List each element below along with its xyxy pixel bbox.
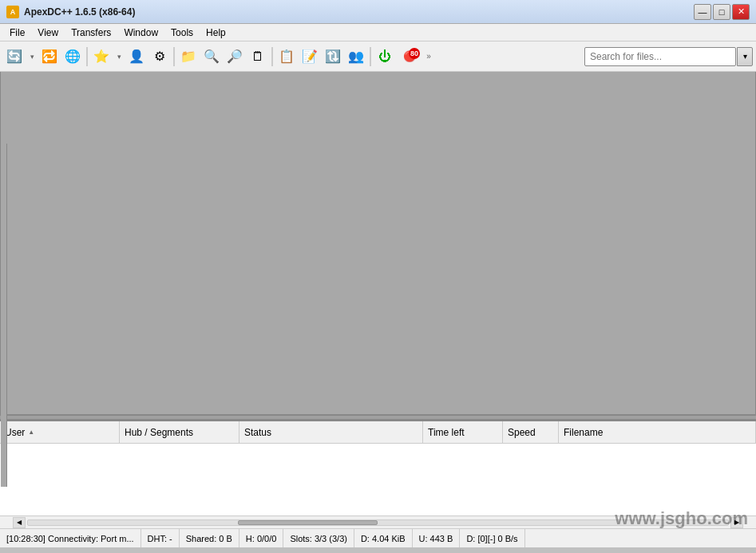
shared-text: Shared: 0 B (186, 534, 232, 543)
settings-icon: ⚙ (154, 49, 165, 64)
close-button[interactable]: ✕ (732, 4, 750, 20)
menu-tools[interactable]: Tools (164, 26, 200, 40)
status-d: D: 4.04 KiB (354, 529, 413, 547)
col-header-speed[interactable]: Speed (503, 421, 559, 443)
match-list-button[interactable]: 📝 (299, 45, 321, 68)
add-user-icon: 👤 (129, 49, 144, 64)
status-connectivity: [10:28:30] Connectivity: Port m... (3, 529, 141, 547)
adl-search-button[interactable]: 🔎 (224, 45, 246, 68)
search-button[interactable]: 🔍 (200, 45, 223, 68)
col-filename-label: Filename (564, 427, 603, 438)
connect-button[interactable]: 🔄 (3, 45, 26, 68)
power-button[interactable]: ⏻ (374, 45, 396, 68)
left-resize-handle[interactable] (1, 144, 7, 487)
col-user-sort-icon: ▲ (28, 429, 34, 436)
match-list-icon: 📝 (302, 49, 318, 64)
hscroll-track[interactable] (27, 519, 729, 526)
sep-1 (86, 47, 88, 66)
col-status-label: Status (244, 427, 271, 438)
transfer-table-header: User ▲ Hub / Segments Status Time left S… (0, 421, 756, 444)
status-slots: Slots: 3/3 (3/3) (283, 529, 354, 547)
connect-chevron-icon: ▾ (30, 53, 34, 61)
own-list-button[interactable]: 📋 (275, 45, 298, 68)
search-icon: 🔍 (204, 49, 220, 64)
status-bar: [10:28:30] Connectivity: Port m... DHT: … (0, 528, 756, 547)
refresh-icon: 🔁 (42, 49, 57, 64)
network-button[interactable]: 🌐 (61, 45, 84, 68)
horizontal-scrollbar[interactable]: ◀ ▶ (0, 515, 756, 528)
refresh-share-icon: 🔃 (325, 49, 341, 64)
hscroll-right-button[interactable]: ▶ (730, 517, 743, 528)
d-text: D: 4.04 KiB (361, 534, 406, 543)
settings-button[interactable]: ⚙ (148, 45, 171, 68)
connect-icon: 🔄 (6, 49, 22, 64)
favorites-dropdown-button[interactable]: ▾ (113, 45, 125, 68)
dl-text: D: [0][-] 0 B/s (466, 534, 517, 543)
status-shared: Shared: 0 B (180, 529, 239, 547)
file-search-input[interactable] (584, 47, 736, 66)
hscroll-left-button[interactable]: ◀ (13, 517, 26, 528)
search-dropdown-button[interactable]: ▾ (737, 47, 753, 66)
col-header-user[interactable]: User ▲ (0, 421, 120, 443)
col-header-filename[interactable]: Filename (559, 421, 756, 443)
transfer-panel: User ▲ Hub / Segments Status Time left S… (0, 420, 756, 515)
refresh-button[interactable]: 🔁 (38, 45, 61, 68)
sep-4 (370, 47, 371, 66)
own-list-icon: 📋 (279, 49, 295, 64)
open-list-button[interactable]: 👥 (345, 45, 367, 68)
toolbar-more-button[interactable]: » (423, 45, 434, 68)
col-time-label: Time left (428, 427, 465, 438)
power-icon: ⏻ (378, 49, 391, 64)
title-bar: A ApexDC++ 1.6.5 (x86-64) — □ ✕ (0, 0, 756, 24)
hscroll-right-icon: ▶ (734, 519, 739, 526)
dht-text: DHT: - (148, 534, 172, 543)
search-dropdown-chevron-icon: ▾ (743, 52, 747, 61)
open-list-icon: 👥 (348, 49, 364, 64)
h-text: H: 0/0/0 (246, 534, 277, 543)
toolbar: 🔄 ▾ 🔁 🌐 ⭐ ▾ 👤 ⚙ 📁 🔍 🔎 🗒 � (0, 41, 756, 72)
favorites-button[interactable]: ⭐ (90, 45, 113, 68)
status-dl: D: [0][-] 0 B/s (460, 529, 524, 547)
title-bar-left: A ApexDC++ 1.6.5 (x86-64) (6, 6, 135, 18)
refresh-share-button[interactable]: 🔃 (322, 45, 344, 68)
favorites-chevron-icon: ▾ (117, 53, 121, 61)
app-icon: A (6, 6, 19, 18)
u-text: U: 443 B (419, 534, 453, 543)
minimize-button[interactable]: — (694, 4, 711, 20)
col-header-time[interactable]: Time left (423, 421, 503, 443)
app-title: ApexDC++ 1.6.5 (x86-64) (24, 6, 135, 18)
main-content (0, 72, 756, 415)
menu-window[interactable]: Window (117, 26, 164, 40)
network-icon: 🌐 (65, 49, 81, 64)
col-speed-label: Speed (508, 427, 536, 438)
col-user-label: User (5, 427, 25, 438)
col-hub-label: Hub / Segments (125, 427, 193, 438)
favorites-icon: ⭐ (93, 49, 109, 64)
file-browse-button[interactable]: 📁 (177, 45, 200, 68)
hscroll-left-icon: ◀ (17, 519, 22, 526)
menu-view[interactable]: View (31, 26, 65, 40)
status-dht: DHT: - (141, 529, 180, 547)
transfer-rows (0, 444, 756, 515)
hscroll-thumb[interactable] (238, 520, 378, 525)
sep-2 (173, 47, 175, 66)
add-user-button[interactable]: 👤 (125, 45, 148, 68)
col-header-status[interactable]: Status (239, 421, 423, 443)
status-u: U: 443 B (413, 529, 461, 547)
connect-dropdown-button[interactable]: ▾ (26, 45, 38, 68)
connectivity-text: [10:28:30] Connectivity: Port m... (6, 534, 134, 543)
search-box-container: ▾ (584, 47, 753, 66)
status-h: H: 0/0/0 (239, 529, 284, 547)
title-bar-controls: — □ ✕ (694, 4, 750, 20)
away-button[interactable]: 🔴 80 (397, 45, 422, 68)
adl-search-icon: 🔎 (227, 49, 243, 64)
menu-file[interactable]: File (3, 26, 31, 40)
col-header-hub[interactable]: Hub / Segments (120, 421, 239, 443)
recent-hub-button[interactable]: 🗒 (247, 45, 269, 68)
maximize-button[interactable]: □ (713, 4, 730, 20)
menu-help[interactable]: Help (200, 26, 232, 40)
menu-transfers[interactable]: Transfers (65, 26, 117, 40)
recent-hub-icon: 🗒 (251, 49, 264, 64)
file-browse-icon: 📁 (180, 49, 196, 64)
toolbar-more-label: » (426, 52, 431, 61)
